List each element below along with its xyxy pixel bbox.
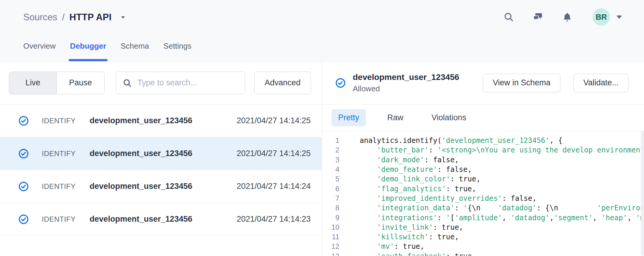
event-timestamp: 2021/04/27 14:14:23 [237, 215, 311, 224]
event-detail-panel: development_user_123456 Allowed View in … [322, 61, 644, 256]
code-line: 4 'demo_feature': false, [322, 165, 644, 174]
line-number: 7 [322, 194, 339, 203]
event-status-check-icon [19, 181, 29, 192]
event-row[interactable]: IDENTIFY development_user_123456 2021/04… [0, 137, 322, 170]
code-line: 10 'invite_link': true, [322, 223, 644, 232]
line-number: 2 [322, 146, 339, 154]
line-content: 'flag_analytics': true, [360, 185, 476, 193]
event-detail-title: development_user_123456 [353, 73, 459, 82]
event-type-label: IDENTIFY [42, 182, 90, 191]
line-content: 'dark_mode': false, [360, 156, 459, 164]
code-line: 7 'improved_identity_overrides': false, [322, 194, 644, 203]
allowed-check-icon [335, 78, 346, 88]
event-list: IDENTIFY development_user_123456 2021/04… [0, 104, 322, 236]
event-timestamp: 2021/04/27 14:14:25 [237, 149, 311, 158]
event-search-input[interactable] [137, 78, 243, 87]
header-tab[interactable]: Schema [121, 41, 149, 61]
header-tab-label: Overview [23, 41, 56, 50]
header-tabs: OverviewDebuggerSchemaSettings [23, 41, 191, 61]
line-number: 12 [322, 242, 339, 251]
line-number: 11 [322, 233, 339, 241]
line-number: 1 [322, 136, 339, 145]
code-line: 13 'oauth_facebook': true, [322, 252, 644, 256]
event-row[interactable]: IDENTIFY development_user_123456 2021/04… [0, 203, 322, 236]
topbar-actions: BR [485, 8, 622, 26]
line-content: 'mv': true, [360, 242, 424, 251]
line-number: 3 [322, 156, 339, 164]
event-status-label: Allowed [353, 84, 459, 93]
event-status-check-icon [19, 149, 29, 159]
event-user-id: development_user_123456 [90, 149, 237, 158]
topbar: Sources / HTTP API [0, 0, 644, 61]
line-content: 'butter_bar': '<strong>\nYou are using t… [360, 146, 644, 154]
breadcrumb-sources-link[interactable]: Sources [23, 12, 57, 23]
line-content: analytics.identify('development_user_123… [360, 136, 562, 145]
line-content: 'integration_data': '{\n 'datadog': {\n … [360, 204, 644, 212]
header-tab[interactable]: Overview [23, 41, 56, 61]
line-content: 'invite_link': true, [360, 223, 463, 232]
account-menu-caret-icon[interactable] [617, 16, 622, 19]
view-in-schema-button[interactable]: View in Schema [483, 74, 560, 92]
breadcrumb-separator: / [62, 12, 65, 23]
event-user-id: development_user_123456 [90, 116, 237, 125]
event-user-id: development_user_123456 [90, 182, 237, 191]
code-line: 6 'flag_analytics': true, [322, 184, 644, 193]
header-tab-label: Settings [163, 41, 191, 50]
search-icon[interactable] [503, 11, 514, 23]
code-line: 9 'integrations': '['amplitude', 'datado… [322, 213, 644, 222]
code-line: 2 'butter_bar': '<strong>\nYou are using… [322, 145, 644, 155]
event-detail-titles: development_user_123456 Allowed [353, 73, 459, 93]
pause-button[interactable]: Pause [57, 72, 104, 94]
event-search-box [116, 72, 245, 94]
event-user-id: development_user_123456 [90, 215, 237, 224]
event-status-check-icon [19, 214, 29, 224]
header-tab[interactable]: Settings [163, 41, 191, 61]
event-timestamp: 2021/04/27 14:14:25 [237, 116, 311, 125]
code-scrollbar[interactable] [641, 131, 644, 256]
line-number: 4 [322, 165, 339, 174]
payload-tab[interactable]: Pretty [332, 109, 366, 126]
main: Live Pause Advanced [0, 61, 644, 256]
event-type-label: IDENTIFY [42, 117, 90, 125]
line-content: 'improved_identity_overrides': false, [360, 194, 536, 203]
source-switcher-caret-icon[interactable] [121, 16, 125, 18]
code-line: 8 'integration_data': '{\n 'datadog': {\… [322, 203, 644, 213]
line-number: 13 [322, 252, 339, 256]
line-number: 9 [322, 214, 339, 222]
chat-icon[interactable] [532, 11, 544, 23]
line-number: 6 [322, 185, 339, 193]
event-status-check-icon [19, 116, 29, 126]
breadcrumb: Sources / HTTP API [23, 12, 126, 23]
payload-code-view: 1 analytics.identify('development_user_1… [322, 131, 644, 256]
line-number: 5 [322, 175, 339, 183]
line-number: 8 [322, 204, 339, 212]
breadcrumb-current-source: HTTP API [69, 12, 111, 23]
payload-view-tabs: PrettyRawViolations [322, 104, 644, 131]
line-content: 'oauth_facebook': true, [360, 252, 476, 256]
event-row[interactable]: IDENTIFY development_user_123456 2021/04… [0, 170, 322, 203]
code-lines: 1 analytics.identify('development_user_1… [322, 136, 644, 256]
event-type-label: IDENTIFY [42, 215, 90, 223]
code-line: 1 analytics.identify('development_user_1… [322, 136, 644, 145]
line-content: 'killswitch': true, [360, 233, 459, 241]
debugger-controls: Live Pause Advanced [0, 61, 322, 104]
search-icon [122, 78, 132, 88]
event-type-label: IDENTIFY [42, 149, 90, 158]
event-detail-header: development_user_123456 Allowed View in … [322, 61, 644, 104]
code-line: 11 'killswitch': true, [322, 232, 644, 242]
line-content: 'demo_feature': false, [360, 165, 472, 174]
line-content: 'demo_link_color': true, [360, 175, 481, 183]
event-detail-buttons: View in Schema Validate... [483, 74, 628, 92]
live-pause-toggle: Live Pause [9, 72, 105, 94]
header-tab[interactable]: Debugger [70, 41, 106, 61]
live-button[interactable]: Live [9, 72, 57, 94]
code-line: 12 'mv': true, [322, 242, 644, 251]
advanced-button[interactable]: Advanced [254, 72, 311, 94]
notifications-bell-icon[interactable] [562, 11, 573, 23]
validate-button[interactable]: Validate... [574, 74, 628, 92]
event-row[interactable]: IDENTIFY development_user_123456 2021/04… [0, 104, 322, 137]
line-number: 10 [322, 223, 339, 232]
payload-tab[interactable]: Violations [425, 109, 473, 126]
avatar[interactable]: BR [593, 8, 610, 26]
payload-tab[interactable]: Raw [381, 109, 410, 126]
